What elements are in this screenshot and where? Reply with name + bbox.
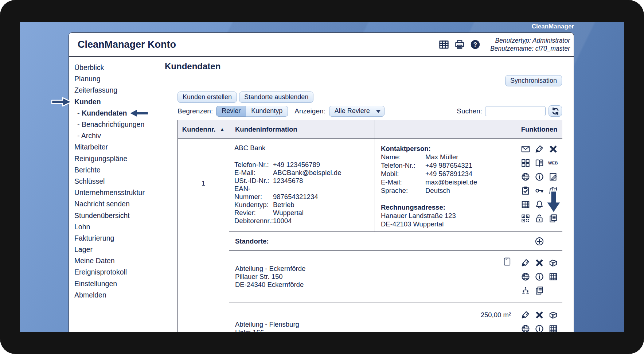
sidebar-item-ereignisprotokoll[interactable]: Ereignisprotokoll	[74, 267, 161, 278]
sidebar-item-berichte[interactable]: Berichte	[74, 164, 161, 176]
box-icon[interactable]	[546, 308, 560, 322]
column-header-funktionen: Funktionen	[516, 120, 562, 139]
content-area: Synchronisation Kunden erstellen Standor…	[177, 75, 562, 332]
email-icon[interactable]	[519, 142, 532, 156]
edit-note-icon[interactable]	[546, 170, 560, 184]
people-icon[interactable]	[519, 284, 532, 297]
location-function-icons	[516, 308, 562, 332]
brand-label: CleanManager	[20, 23, 574, 30]
column-header-kundennr[interactable]: Kundennr. ▲	[178, 120, 229, 139]
sidebar-item-lager[interactable]: Lager	[74, 244, 161, 255]
main-content: Kundendaten Synchronisation Kunden erste…	[161, 57, 574, 332]
sidebar-item-zeiterfassung[interactable]: Zeiterfassung	[74, 85, 161, 96]
info-icon[interactable]	[532, 170, 546, 184]
sidebar-item-meine-daten[interactable]: Meine Daten	[74, 255, 161, 267]
contact-row: Name:Max Müller	[381, 153, 512, 161]
create-customer-button[interactable]: Kunden erstellen	[177, 92, 237, 103]
sidebar-item-lohn[interactable]: Lohn	[74, 221, 161, 233]
window-body: Überblick Planung Zeiterfassung Kunden -…	[69, 57, 574, 332]
customer-info-cell: ABC Bank Telefon-Nr.:+49 123456789 E-Mai…	[229, 139, 375, 232]
clipboard-check-icon[interactable]	[519, 184, 532, 198]
calendar-icon[interactable]	[519, 198, 532, 211]
window-header: CleanManager Konto ? Benutzertyp: Admini…	[69, 33, 574, 57]
synchronisation-button[interactable]: Synchronisation	[505, 75, 562, 86]
limit-label: Begrenzen:	[177, 107, 213, 115]
search-input[interactable]	[485, 106, 546, 116]
sidebar-item-abmelden[interactable]: Abmelden	[74, 289, 161, 301]
desktop-background: CleanManager CleanManager Konto ? Benutz…	[20, 22, 624, 332]
plus-circle-icon[interactable]	[535, 237, 544, 246]
sidebar-item-planung[interactable]: Planung	[74, 73, 161, 85]
chevron-down-icon	[376, 110, 380, 113]
box-icon[interactable]	[546, 256, 560, 270]
sidebar-item-schluessel[interactable]: Schlüssel	[74, 176, 161, 187]
calendar-icon[interactable]	[546, 322, 560, 332]
sidebar-item-kundendaten[interactable]: - Kundendaten	[74, 108, 161, 119]
refresh-button[interactable]	[549, 105, 562, 117]
refresh-icon[interactable]	[551, 106, 560, 116]
sidebar-item-einstellungen[interactable]: Einstellungen	[74, 278, 161, 289]
contact-row: Mobil:+49 567891234	[381, 170, 512, 178]
customer-functions-cell: WEB	[516, 139, 562, 232]
hide-locations-button[interactable]: Standorte ausblenden	[239, 92, 313, 103]
usertype-label: Benutzertyp: Administrator	[490, 36, 570, 44]
sidebar-item-benachrichtigungen[interactable]: - Benachrichtigungen	[74, 119, 161, 130]
billing-line: Hanauer Landstraße 123	[381, 211, 512, 220]
locations-heading-cell: Standorte:	[229, 232, 516, 251]
help-icon[interactable]: ?	[470, 39, 481, 50]
info-icon[interactable]	[532, 270, 546, 284]
highlighter-icon[interactable]	[519, 256, 532, 270]
contact-row: Sprache:Deutsch	[381, 186, 512, 195]
sidebar-item-reinigungsplaene[interactable]: Reinigungspläne	[74, 153, 161, 164]
sidebar: Überblick Planung Zeiterfassung Kunden -…	[69, 57, 161, 332]
globe-icon[interactable]	[519, 322, 532, 332]
documents-icon[interactable]	[532, 284, 546, 297]
unlock-icon[interactable]	[532, 211, 546, 225]
note-icon[interactable]	[503, 256, 512, 267]
calendar-icon[interactable]	[546, 270, 560, 284]
highlighter-icon[interactable]	[519, 308, 532, 322]
reviere-select[interactable]: Alle Reviere	[329, 106, 385, 117]
selection-arrow-left-icon	[129, 108, 149, 118]
svg-text:?: ?	[473, 41, 477, 48]
info-icon[interactable]	[532, 322, 546, 332]
key-icon[interactable]	[532, 184, 546, 198]
location-functions-cell	[516, 303, 562, 332]
limit-toggle-group: Revier Kundentyp	[216, 106, 288, 117]
delete-icon[interactable]	[532, 256, 546, 270]
search-label: Suchen:	[457, 107, 482, 115]
sidebar-item-mitarbeiter[interactable]: Mitarbeiter	[74, 141, 161, 153]
location-name: Abteilung - Eckernförde	[235, 265, 516, 273]
company-group-icon[interactable]	[519, 156, 532, 170]
delete-icon[interactable]	[532, 308, 546, 322]
sidebar-item-kunden[interactable]: Kunden	[74, 96, 161, 108]
billing-line: DE-42103 Wuppertal	[381, 220, 512, 228]
highlighter-icon[interactable]	[532, 142, 546, 156]
sort-asc-icon[interactable]: ▲	[220, 127, 225, 132]
bell-icon[interactable]	[532, 198, 546, 211]
brochure-icon[interactable]	[532, 156, 546, 170]
sidebar-item-unternehmensstruktur[interactable]: Unternehmensstruktur	[74, 187, 161, 198]
table-icon[interactable]	[438, 39, 449, 50]
contact-row: E-Mail:max@beispiel.de	[381, 178, 512, 186]
limit-toggle-revier[interactable]: Revier	[216, 106, 246, 117]
location-name: Abteilung - Flensburg	[235, 320, 516, 328]
info-row: E-Mail:ABCBank@beispiel.de	[234, 169, 370, 177]
delete-icon[interactable]	[546, 142, 560, 156]
qr-code-icon[interactable]	[519, 211, 532, 225]
show-label: Anzeigen:	[294, 107, 325, 115]
web-icon[interactable]: WEB	[546, 156, 560, 170]
location-street: Pillauer Str. 150	[235, 273, 516, 281]
limit-toggle-kundentyp[interactable]: Kundentyp	[246, 106, 288, 117]
globe-icon[interactable]	[519, 270, 532, 284]
sidebar-item-fakturierung[interactable]: Fakturierung	[74, 233, 161, 244]
sidebar-item-stundenuebersicht[interactable]: Stundenübersicht	[74, 210, 161, 221]
globe-icon[interactable]	[519, 170, 532, 184]
sidebar-item-archiv[interactable]: - Archiv	[74, 130, 161, 141]
printer-icon[interactable]	[454, 39, 465, 50]
search-group: Suchen:	[457, 105, 562, 117]
location-row: Abteilung - Flensburg Holm 166 250,00 m²	[229, 303, 516, 332]
sidebar-item-nachricht-senden[interactable]: Nachricht senden	[74, 198, 161, 210]
sidebar-item-ueberblick[interactable]: Überblick	[74, 62, 161, 73]
filter-bar: Begrenzen: Revier Kundentyp Anzeigen: Al…	[177, 105, 562, 117]
